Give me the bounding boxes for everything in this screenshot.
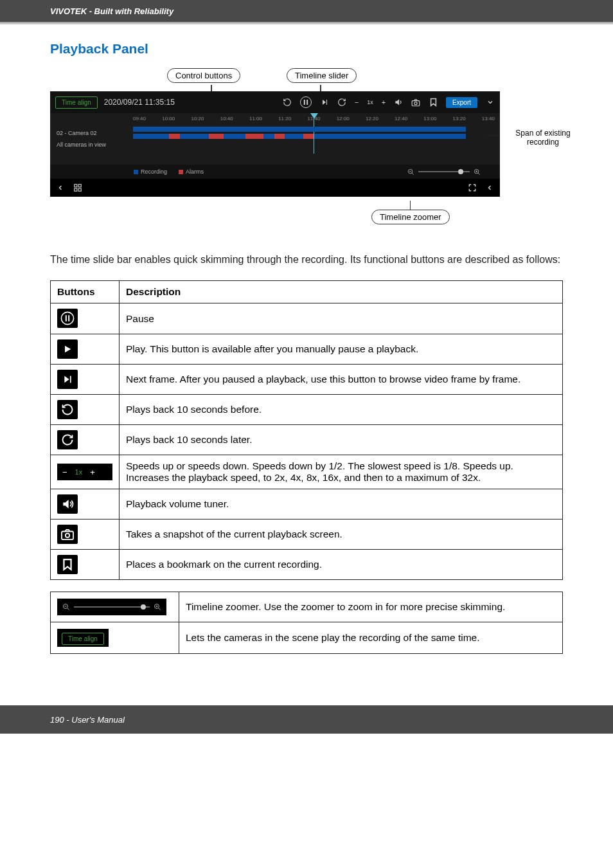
- tick: 12:20: [366, 116, 378, 122]
- desc-play: Play. This button is available after you…: [120, 334, 563, 365]
- playback-panel: Time align 2020/09/21 11:35:15 −: [50, 91, 500, 197]
- svg-point-4: [414, 102, 417, 104]
- grid-layout-icon[interactable]: [73, 183, 82, 192]
- volume-icon[interactable]: [394, 98, 403, 107]
- snapshot-icon[interactable]: [411, 98, 420, 107]
- tick: 13:40: [482, 116, 495, 122]
- desc-volume: Playback volume tuner.: [120, 489, 563, 520]
- desc-bookmark: Places a bookmark on the current recordi…: [120, 550, 563, 580]
- table-row: Timeline zoomer. Use the zoomer to zoom …: [51, 592, 563, 622]
- desc-next-frame: Next frame. After you paused a playback,…: [120, 365, 563, 395]
- svg-rect-3: [412, 100, 420, 105]
- desc-snapshot: Takes a snapshot of the current playback…: [120, 520, 563, 550]
- player-toolbar: Time align 2020/09/21 11:35:15 −: [50, 91, 500, 113]
- alarm-segment: [303, 134, 314, 139]
- desc-fwd-10s: Plays back 10 seconds later.: [120, 425, 563, 455]
- table-header-description: Description: [120, 281, 563, 303]
- recording-segment: [133, 134, 169, 139]
- legend-recording-dot: [134, 170, 138, 174]
- chevron-left-icon[interactable]: [57, 184, 64, 192]
- desc-speed: Speeds up or speeds down. Speeds down by…: [120, 455, 563, 489]
- snapshot-icon: [57, 525, 78, 544]
- chevron-down-icon[interactable]: [486, 98, 495, 107]
- zoomer-widget: [57, 599, 166, 615]
- alarm-segment: [169, 134, 180, 139]
- table-row: Takes a snapshot of the current playback…: [51, 520, 563, 550]
- table-row: Pause: [51, 303, 563, 334]
- svg-rect-1: [306, 100, 308, 105]
- table-row: Places a bookmark on the current recordi…: [51, 550, 563, 580]
- fullscreen-icon[interactable]: [468, 183, 477, 192]
- fwd-10s-icon: [57, 430, 78, 449]
- zoom-knob[interactable]: [458, 169, 463, 174]
- next-frame-icon[interactable]: [320, 98, 329, 107]
- pause-button[interactable]: [300, 96, 312, 108]
- tick: 12:40: [395, 116, 407, 122]
- speed-value: 1x: [75, 468, 83, 476]
- rewind-10s-icon: [57, 400, 78, 419]
- playback-timestamp: 2020/09/21 11:35:15: [104, 98, 175, 107]
- alarm-segment: [209, 134, 224, 139]
- export-button[interactable]: Export: [446, 97, 477, 108]
- plus-icon: +: [90, 467, 95, 477]
- table-row: Play. This button is available after you…: [51, 334, 563, 365]
- zoom-knob: [141, 604, 146, 610]
- minus-icon: −: [62, 467, 67, 477]
- svg-rect-14: [75, 188, 77, 191]
- svg-line-11: [478, 172, 480, 174]
- tick: 10:00: [162, 116, 175, 122]
- bookmark-icon[interactable]: [429, 98, 438, 107]
- zoom-out-icon[interactable]: [407, 168, 414, 176]
- svg-line-7: [412, 172, 414, 174]
- time-align-button[interactable]: Time align: [55, 96, 98, 109]
- player-legend: Recording Alarms: [50, 165, 500, 179]
- volume-icon: [57, 494, 78, 514]
- legend-recording: Recording: [134, 168, 167, 175]
- zoom-in-icon[interactable]: [474, 168, 481, 176]
- extras-table: Timeline zoomer. Use the zoomer to zoom …: [50, 592, 563, 654]
- legend-alarm-dot: [179, 170, 183, 174]
- table-row: Plays back 10 seconds before.: [51, 395, 563, 425]
- next-frame-icon: [57, 370, 78, 389]
- camera-list: 02 - Camera 02 All cameras in view: [50, 113, 130, 165]
- table-row: Next frame. After you paused a playback,…: [51, 365, 563, 395]
- recording-segment: [224, 134, 245, 139]
- fwd-10s-icon[interactable]: [337, 98, 346, 107]
- collapse-chevron-icon[interactable]: [486, 184, 493, 192]
- tick: 11:20: [278, 116, 291, 122]
- timeline-zoomer[interactable]: [407, 168, 481, 176]
- svg-line-24: [67, 608, 69, 610]
- playhead-icon[interactable]: [310, 113, 318, 119]
- svg-rect-15: [78, 188, 81, 191]
- svg-point-16: [61, 312, 73, 324]
- recording-segment: [180, 134, 209, 139]
- rewind-10s-icon[interactable]: [283, 98, 292, 107]
- brand-text: VIVOTEK - Built with Reliability: [50, 6, 173, 16]
- callout-row-bottom: Timeline zoomer: [50, 197, 563, 230]
- speed-minus-icon[interactable]: −: [355, 98, 359, 106]
- table-row: Playback volume tuner.: [51, 489, 563, 520]
- desc-rewind-10s: Plays back 10 seconds before.: [120, 395, 563, 425]
- svg-rect-2: [326, 100, 327, 105]
- recording-span: [133, 127, 466, 132]
- zoom-track[interactable]: [418, 171, 470, 172]
- time-align-icon: Time align: [62, 633, 104, 645]
- tick: 12:00: [337, 116, 350, 122]
- speed-plus-icon[interactable]: +: [382, 98, 386, 106]
- legend-alarms: Alarms: [179, 168, 204, 175]
- tick: 11:00: [249, 116, 262, 122]
- desc-time-align: Lets the cameras in the scene play the r…: [179, 622, 563, 654]
- buttons-table: Buttons Description Pause Play. This but…: [50, 280, 563, 580]
- all-cameras-label: All cameras in view: [50, 139, 130, 150]
- recording-segment: [263, 134, 274, 139]
- svg-rect-17: [66, 315, 67, 321]
- timeline-area: 02 - Camera 02 All cameras in view 09:40…: [50, 113, 500, 165]
- svg-rect-20: [62, 532, 73, 540]
- alarm-segment: [274, 134, 285, 139]
- desc-zoomer: Timeline zoomer. Use the zoomer to zoom …: [179, 592, 563, 622]
- pause-icon: [57, 309, 78, 328]
- page-number: 190 - User's Manual: [50, 715, 125, 725]
- timeline-lane[interactable]: 09:40 10:00 10:20 10:40 11:00 11:20 11:4…: [130, 113, 500, 165]
- zoom-track: [74, 606, 150, 608]
- recording-segment: [285, 134, 303, 139]
